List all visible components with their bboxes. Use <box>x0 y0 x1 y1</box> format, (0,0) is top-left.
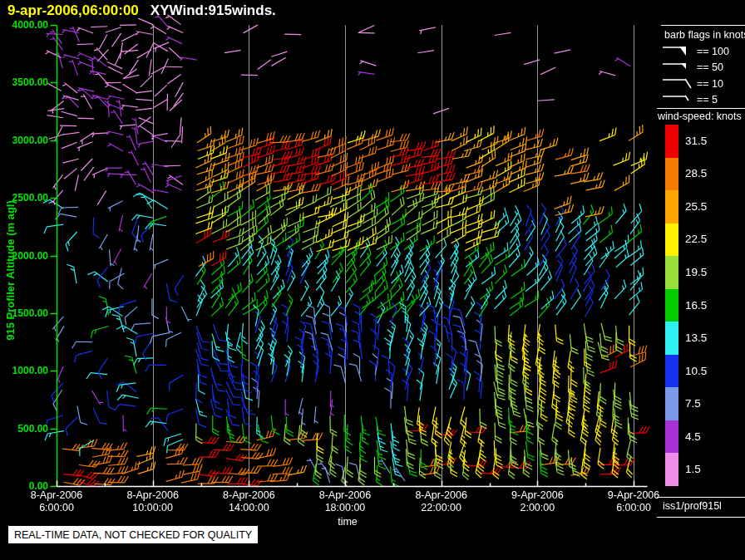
scale-color-block-19.5 <box>665 256 678 289</box>
plot-title: XYWind:915winds. <box>150 2 276 18</box>
barb-flag-label: == 50 <box>697 61 723 73</box>
barb-flag-label: == 100 <box>697 46 729 57</box>
scale-label-13.5: 13.5 <box>685 332 707 344</box>
station-box-top-line <box>657 497 745 498</box>
quality-disclaimer: REAL-TIME DATA, NOT CHECKED FOR QUALITY <box>8 526 258 543</box>
barb-flag-pennant-large-icon <box>662 45 693 56</box>
x-axis-title: time <box>310 516 385 528</box>
y-tick-label-1000: 1000.00 <box>0 366 48 376</box>
y-tick-label-3000: 3000.00 <box>0 135 48 145</box>
station-label: iss1/prof915l <box>663 500 722 512</box>
y-tick-label-2500: 2500.00 <box>0 193 48 203</box>
scale-label-4.5: 4.5 <box>685 430 701 443</box>
scale-label-25.5: 25.5 <box>685 200 707 213</box>
y-tick-label-3500: 3500.00 <box>0 77 48 87</box>
scale-color-block-31.5 <box>665 125 678 158</box>
barb-flag-label: == 10 <box>697 78 723 90</box>
title-timestamp: 9-apr-2006,06:00:00 <box>7 2 139 18</box>
scale-label-31.5: 31.5 <box>685 135 707 147</box>
barb-flag-legend-row-5: == 5 <box>662 93 718 109</box>
y-tick-label-2000: 2000.00 <box>0 251 48 261</box>
y-tick-label-500: 500.00 <box>0 424 48 434</box>
scale-color-block-4.5 <box>665 420 678 453</box>
barb-flag-pennant-small-icon <box>662 61 693 72</box>
y-tick-label-4000: 4000.00 <box>0 20 48 30</box>
x-tick-label-140000: 8-Apr-200614:00:00 <box>211 489 286 514</box>
x-tick-label-100000: 8-Apr-200610:00:00 <box>116 489 190 514</box>
scale-label-1.5: 1.5 <box>685 463 701 475</box>
x-tick-label-60000: 9-Apr-20066:00:00 <box>596 489 671 514</box>
scale-color-block-7.5 <box>665 387 678 420</box>
wind-speed-legend-title: wind-speed: knots <box>658 111 742 122</box>
scale-label-28.5: 28.5 <box>685 167 707 179</box>
barb-flag-legend-row-10: == 10 <box>662 76 723 92</box>
scale-color-block-22.5 <box>665 224 678 256</box>
x-tick-label-180000: 8-Apr-200618:00:00 <box>308 489 382 514</box>
scale-label-10.5: 10.5 <box>685 365 707 377</box>
legend-middle-divider <box>657 108 745 109</box>
barb-flags-legend-title: barb flags in knots <box>664 29 745 41</box>
scale-label-7.5: 7.5 <box>685 397 701 410</box>
barb-flag-legend-row-50: == 50 <box>662 61 723 76</box>
x-tick-label-20000: 9-Apr-20062:00:00 <box>500 489 575 514</box>
scale-color-block-28.5 <box>665 158 678 190</box>
scale-color-block-10.5 <box>665 355 678 387</box>
legend-top-divider <box>661 25 745 26</box>
x-tick-label-220000: 8-Apr-200622:00:00 <box>404 489 479 514</box>
barb-flag-half-barb-icon <box>662 93 693 105</box>
scale-label-19.5: 19.5 <box>685 266 707 278</box>
scale-color-block-16.5 <box>665 289 678 322</box>
y-tick-label-1500: 1500.00 <box>0 308 48 318</box>
barb-flag-label: == 5 <box>697 94 718 106</box>
station-box-bottom-line <box>657 517 745 518</box>
barb-flag-full-barb-icon <box>662 77 693 89</box>
scale-color-block-25.5 <box>665 190 678 224</box>
scale-label-22.5: 22.5 <box>685 233 707 245</box>
wind-barb-plot-canvas <box>0 0 745 560</box>
scale-label-16.5: 16.5 <box>685 299 707 312</box>
x-tick-label-60000: 8-Apr-20066:00:00 <box>19 489 94 514</box>
wind-profiler-display: 9-apr-2006,06:00:00XYWind:915winds. 915 … <box>0 0 745 560</box>
scale-color-block-1.5 <box>665 453 678 486</box>
barb-flag-legend-row-100: == 100 <box>662 44 729 60</box>
scale-color-block-13.5 <box>665 322 678 355</box>
title-bar: 9-apr-2006,06:00:00XYWind:915winds. <box>7 2 276 19</box>
